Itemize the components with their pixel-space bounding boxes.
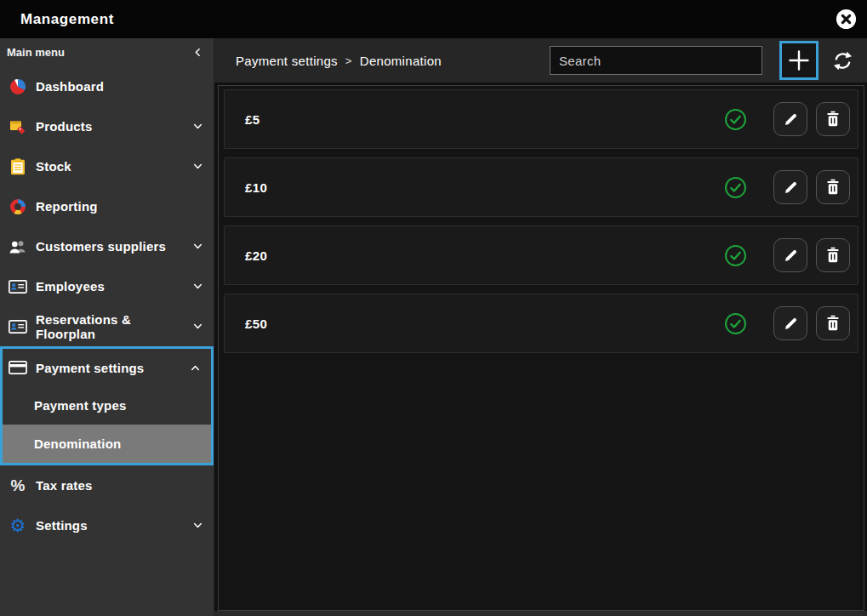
denomination-value: £5 bbox=[245, 112, 260, 127]
chevron-down-icon bbox=[192, 121, 203, 132]
percent-icon: % bbox=[7, 476, 29, 495]
sidebar-item-customers-suppliers[interactable]: Customers suppliers bbox=[0, 226, 214, 266]
sidebar-item-label: Reporting bbox=[36, 199, 98, 214]
sidebar-item-settings[interactable]: ⚙ Settings bbox=[0, 505, 214, 545]
denomination-list: £5 bbox=[218, 85, 864, 611]
list-row: £50 bbox=[224, 294, 858, 353]
chevron-up-icon bbox=[190, 362, 201, 374]
pie-chart-icon bbox=[7, 78, 29, 95]
denomination-value: £20 bbox=[245, 248, 267, 263]
active-check-icon bbox=[724, 176, 747, 199]
trash-icon bbox=[825, 111, 841, 128]
edit-button[interactable] bbox=[773, 306, 807, 340]
sidebar-item-dashboard[interactable]: Dashboard bbox=[0, 66, 214, 106]
people-icon bbox=[7, 239, 29, 254]
chevron-down-icon bbox=[192, 520, 203, 531]
breadcrumb-separator: > bbox=[345, 54, 352, 67]
delete-button[interactable] bbox=[816, 238, 850, 272]
management-window: Management Main menu bbox=[0, 0, 867, 616]
trash-icon bbox=[825, 179, 841, 196]
sidebar-item-reservations-floorplan[interactable]: Reservations & Floorplan bbox=[0, 306, 214, 346]
sidebar-item-payment-types[interactable]: Payment types bbox=[3, 386, 211, 425]
list-row: £5 bbox=[224, 89, 858, 149]
add-button[interactable] bbox=[779, 41, 819, 80]
refresh-button[interactable] bbox=[824, 43, 860, 78]
trash-icon bbox=[825, 315, 841, 332]
content-header: Payment settings > Denomination bbox=[214, 38, 867, 83]
chevron-down-icon bbox=[192, 241, 203, 252]
edit-button[interactable] bbox=[773, 102, 807, 136]
sidebar-item-label: Products bbox=[36, 119, 93, 134]
sidebar-item-label: Reservations & Floorplan bbox=[36, 312, 192, 341]
sidebar-item-label: Employees bbox=[36, 279, 105, 294]
sidebar-item-denomination[interactable]: Denomination bbox=[3, 425, 211, 463]
denomination-value: £50 bbox=[245, 317, 267, 331]
pencil-icon bbox=[783, 111, 799, 128]
page-title: Management bbox=[20, 11, 114, 28]
id-card-icon bbox=[7, 280, 29, 294]
sidebar-title: Main menu bbox=[7, 46, 65, 59]
gear-glyph: ⚙ bbox=[10, 516, 26, 534]
sidebar-item-label: Dashboard bbox=[36, 79, 104, 94]
sidebar-header: Main menu bbox=[0, 38, 214, 66]
breadcrumb: Payment settings > Denomination bbox=[236, 54, 442, 68]
sidebar-item-products[interactable]: Products bbox=[0, 106, 214, 146]
sidebar-item-reporting[interactable]: Reporting bbox=[0, 186, 214, 226]
breadcrumb-denomination: Denomination bbox=[360, 54, 442, 68]
denomination-value: £10 bbox=[245, 180, 267, 195]
active-check-icon bbox=[724, 244, 747, 267]
title-bar: Management bbox=[0, 0, 867, 38]
sidebar-item-stock[interactable]: Stock bbox=[0, 146, 214, 186]
payment-settings-group: Payment settings Payment types Denominat… bbox=[0, 346, 214, 465]
trash-icon bbox=[825, 247, 841, 264]
sidebar-item-label: Payment settings bbox=[36, 361, 144, 375]
list-row: £20 bbox=[224, 225, 858, 285]
percent-glyph: % bbox=[11, 476, 26, 495]
content-area: £5 bbox=[214, 83, 867, 616]
list-row: £10 bbox=[224, 157, 858, 217]
search-input[interactable] bbox=[550, 46, 762, 75]
gear-icon: ⚙ bbox=[7, 516, 29, 534]
active-check-icon bbox=[724, 312, 747, 335]
edit-button[interactable] bbox=[773, 170, 807, 204]
refresh-icon bbox=[831, 49, 854, 72]
sidebar-subitem-label: Payment types bbox=[34, 398, 126, 413]
chevron-down-icon bbox=[192, 161, 203, 172]
chevron-down-icon bbox=[192, 281, 203, 292]
main-menu: Dashboard Products bbox=[0, 66, 214, 545]
sidebar-item-tax-rates[interactable]: % Tax rates bbox=[0, 465, 214, 505]
chevron-down-icon bbox=[192, 321, 203, 332]
delete-button[interactable] bbox=[816, 170, 850, 204]
sidebar-item-employees[interactable]: Employees bbox=[0, 266, 214, 306]
credit-card-icon bbox=[7, 361, 29, 374]
sidebar-item-payment-settings[interactable]: Payment settings bbox=[3, 349, 211, 386]
edit-button[interactable] bbox=[773, 238, 807, 272]
plus-icon bbox=[788, 49, 810, 71]
main-content: Payment settings > Denomination bbox=[214, 38, 867, 616]
sidebar-item-label: Settings bbox=[36, 518, 88, 533]
pencil-icon bbox=[783, 316, 799, 332]
sidebar-item-label: Stock bbox=[36, 159, 71, 174]
pencil-icon bbox=[783, 248, 799, 264]
donut-chart-icon bbox=[7, 198, 29, 215]
sidebar: Main menu Dashboard bbox=[0, 38, 214, 616]
active-check-icon bbox=[724, 108, 747, 131]
sidebar-subitem-label: Denomination bbox=[34, 436, 121, 451]
close-icon bbox=[836, 9, 857, 30]
delete-button[interactable] bbox=[816, 306, 850, 340]
id-card-icon bbox=[7, 320, 29, 334]
collapse-sidebar-icon[interactable] bbox=[192, 47, 203, 58]
product-box-icon bbox=[7, 118, 29, 135]
sidebar-item-label: Customers suppliers bbox=[36, 239, 166, 254]
clipboard-icon bbox=[7, 158, 29, 175]
breadcrumb-payment-settings[interactable]: Payment settings bbox=[236, 54, 338, 68]
close-button[interactable] bbox=[835, 9, 857, 31]
pencil-icon bbox=[783, 180, 799, 196]
sidebar-item-label: Tax rates bbox=[36, 478, 93, 493]
delete-button[interactable] bbox=[816, 102, 850, 136]
